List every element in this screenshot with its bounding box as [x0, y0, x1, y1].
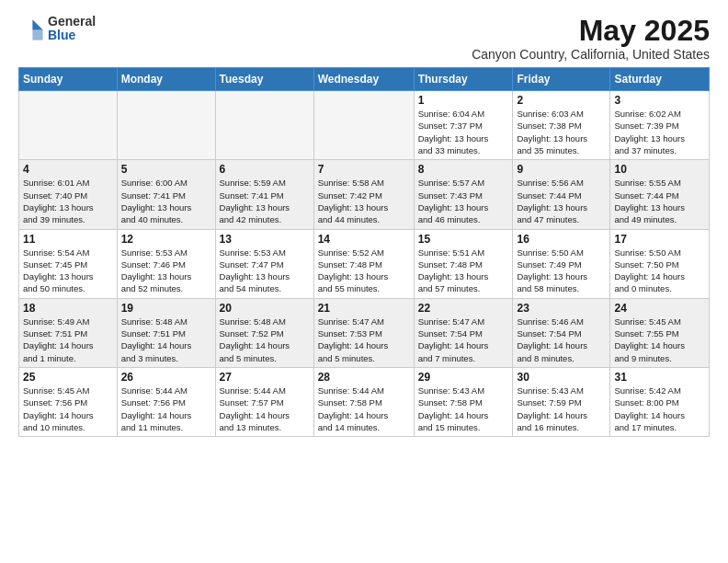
day-info: Sunrise: 5:42 AM Sunset: 8:00 PM Dayligh…: [614, 385, 705, 433]
location-title: Canyon Country, California, United State…: [472, 47, 710, 62]
day-number: 18: [23, 302, 113, 315]
day-number: 20: [220, 302, 310, 315]
day-info: Sunrise: 5:53 AM Sunset: 7:46 PM Dayligh…: [121, 247, 211, 295]
day-number: 12: [121, 233, 211, 246]
day-number: 30: [517, 371, 606, 384]
day-info: Sunrise: 5:47 AM Sunset: 7:54 PM Dayligh…: [418, 316, 509, 364]
table-row: 29Sunrise: 5:43 AM Sunset: 7:58 PM Dayli…: [414, 367, 513, 436]
title-block: May 2025 Canyon Country, California, Uni…: [472, 15, 710, 62]
table-row: 24Sunrise: 5:45 AM Sunset: 7:55 PM Dayli…: [610, 298, 710, 367]
calendar-week-row: 11Sunrise: 5:54 AM Sunset: 7:45 PM Dayli…: [19, 229, 710, 298]
col-friday: Friday: [513, 68, 610, 91]
day-info: Sunrise: 5:56 AM Sunset: 7:44 PM Dayligh…: [517, 177, 606, 225]
calendar-week-row: 25Sunrise: 5:45 AM Sunset: 7:56 PM Dayli…: [19, 367, 710, 436]
day-info: Sunrise: 6:01 AM Sunset: 7:40 PM Dayligh…: [23, 177, 113, 225]
table-row: 3Sunrise: 6:02 AM Sunset: 7:39 PM Daylig…: [610, 91, 710, 160]
day-number: 13: [220, 233, 310, 246]
table-row: 11Sunrise: 5:54 AM Sunset: 7:45 PM Dayli…: [19, 229, 118, 298]
day-info: Sunrise: 5:45 AM Sunset: 7:55 PM Dayligh…: [614, 316, 705, 364]
month-title: May 2025: [472, 15, 710, 47]
day-number: 23: [517, 302, 606, 315]
table-row: 19Sunrise: 5:48 AM Sunset: 7:51 PM Dayli…: [117, 298, 215, 367]
table-row: 8Sunrise: 5:57 AM Sunset: 7:43 PM Daylig…: [414, 160, 513, 229]
col-monday: Monday: [117, 68, 215, 91]
svg-marker-1: [32, 30, 42, 40]
day-info: Sunrise: 6:03 AM Sunset: 7:38 PM Dayligh…: [517, 108, 606, 156]
day-number: 5: [121, 163, 211, 176]
day-number: 19: [121, 302, 211, 315]
day-info: Sunrise: 5:48 AM Sunset: 7:52 PM Dayligh…: [220, 316, 310, 364]
day-info: Sunrise: 5:49 AM Sunset: 7:51 PM Dayligh…: [23, 316, 113, 364]
day-info: Sunrise: 5:45 AM Sunset: 7:56 PM Dayligh…: [23, 385, 113, 433]
table-row: 18Sunrise: 5:49 AM Sunset: 7:51 PM Dayli…: [19, 298, 118, 367]
table-row: 4Sunrise: 6:01 AM Sunset: 7:40 PM Daylig…: [19, 160, 118, 229]
day-info: Sunrise: 5:55 AM Sunset: 7:44 PM Dayligh…: [614, 177, 705, 225]
svg-marker-0: [32, 20, 42, 30]
day-info: Sunrise: 5:43 AM Sunset: 7:59 PM Dayligh…: [517, 385, 606, 433]
table-row: 23Sunrise: 5:46 AM Sunset: 7:54 PM Dayli…: [513, 298, 610, 367]
day-info: Sunrise: 5:44 AM Sunset: 7:56 PM Dayligh…: [121, 385, 211, 433]
day-info: Sunrise: 6:02 AM Sunset: 7:39 PM Dayligh…: [614, 108, 705, 156]
table-row: 7Sunrise: 5:58 AM Sunset: 7:42 PM Daylig…: [313, 160, 414, 229]
day-info: Sunrise: 5:48 AM Sunset: 7:51 PM Dayligh…: [121, 316, 211, 364]
day-number: 14: [318, 233, 410, 246]
day-info: Sunrise: 5:50 AM Sunset: 7:49 PM Dayligh…: [517, 247, 606, 295]
calendar-table: Sunday Monday Tuesday Wednesday Thursday…: [18, 67, 710, 437]
day-number: 10: [614, 163, 705, 176]
table-row: 31Sunrise: 5:42 AM Sunset: 8:00 PM Dayli…: [610, 367, 710, 436]
logo-blue-text: Blue: [48, 29, 96, 42]
day-number: 25: [23, 371, 113, 384]
table-row: 12Sunrise: 5:53 AM Sunset: 7:46 PM Dayli…: [117, 229, 215, 298]
table-row: 25Sunrise: 5:45 AM Sunset: 7:56 PM Dayli…: [19, 367, 118, 436]
table-row: 14Sunrise: 5:52 AM Sunset: 7:48 PM Dayli…: [313, 229, 414, 298]
day-number: 2: [517, 94, 606, 107]
table-row: 30Sunrise: 5:43 AM Sunset: 7:59 PM Dayli…: [513, 367, 610, 436]
table-row: 22Sunrise: 5:47 AM Sunset: 7:54 PM Dayli…: [414, 298, 513, 367]
day-info: Sunrise: 6:00 AM Sunset: 7:41 PM Dayligh…: [121, 177, 211, 225]
table-row: 6Sunrise: 5:59 AM Sunset: 7:41 PM Daylig…: [215, 160, 313, 229]
table-row: 20Sunrise: 5:48 AM Sunset: 7:52 PM Dayli…: [215, 298, 313, 367]
day-number: 29: [418, 371, 509, 384]
day-info: Sunrise: 5:44 AM Sunset: 7:57 PM Dayligh…: [220, 385, 310, 433]
day-info: Sunrise: 5:43 AM Sunset: 7:58 PM Dayligh…: [418, 385, 509, 433]
day-number: 22: [418, 302, 509, 315]
table-row: [19, 91, 118, 160]
day-number: 26: [121, 371, 211, 384]
col-saturday: Saturday: [610, 68, 710, 91]
table-row: 2Sunrise: 6:03 AM Sunset: 7:38 PM Daylig…: [513, 91, 610, 160]
day-info: Sunrise: 5:58 AM Sunset: 7:42 PM Dayligh…: [318, 177, 410, 225]
day-number: 4: [23, 163, 113, 176]
day-info: Sunrise: 5:51 AM Sunset: 7:48 PM Dayligh…: [418, 247, 509, 295]
logo-text: General Blue: [48, 15, 96, 43]
logo-general-text: General: [48, 15, 96, 29]
day-number: 6: [220, 163, 310, 176]
header: General Blue May 2025 Canyon Country, Ca…: [18, 15, 710, 62]
calendar-week-row: 1Sunrise: 6:04 AM Sunset: 7:37 PM Daylig…: [19, 91, 710, 160]
day-number: 1: [418, 94, 509, 107]
day-info: Sunrise: 5:44 AM Sunset: 7:58 PM Dayligh…: [318, 385, 410, 433]
day-number: 27: [220, 371, 310, 384]
table-row: 1Sunrise: 6:04 AM Sunset: 7:37 PM Daylig…: [414, 91, 513, 160]
day-info: Sunrise: 5:57 AM Sunset: 7:43 PM Dayligh…: [418, 177, 509, 225]
table-row: 17Sunrise: 5:50 AM Sunset: 7:50 PM Dayli…: [610, 229, 710, 298]
calendar-header-row: Sunday Monday Tuesday Wednesday Thursday…: [19, 68, 710, 91]
col-thursday: Thursday: [414, 68, 513, 91]
table-row: 16Sunrise: 5:50 AM Sunset: 7:49 PM Dayli…: [513, 229, 610, 298]
page: General Blue May 2025 Canyon Country, Ca…: [0, 0, 728, 563]
day-info: Sunrise: 5:54 AM Sunset: 7:45 PM Dayligh…: [23, 247, 113, 295]
day-number: 31: [614, 371, 705, 384]
day-number: 7: [318, 163, 410, 176]
day-info: Sunrise: 5:50 AM Sunset: 7:50 PM Dayligh…: [614, 247, 705, 295]
logo-icon: [18, 16, 44, 41]
table-row: [313, 91, 414, 160]
day-number: 9: [517, 163, 606, 176]
day-number: 11: [23, 233, 113, 246]
table-row: 9Sunrise: 5:56 AM Sunset: 7:44 PM Daylig…: [513, 160, 610, 229]
table-row: 26Sunrise: 5:44 AM Sunset: 7:56 PM Dayli…: [117, 367, 215, 436]
table-row: 10Sunrise: 5:55 AM Sunset: 7:44 PM Dayli…: [610, 160, 710, 229]
table-row: 5Sunrise: 6:00 AM Sunset: 7:41 PM Daylig…: [117, 160, 215, 229]
day-number: 3: [614, 94, 705, 107]
day-number: 15: [418, 233, 509, 246]
logo: General Blue: [18, 15, 96, 43]
day-number: 17: [614, 233, 705, 246]
